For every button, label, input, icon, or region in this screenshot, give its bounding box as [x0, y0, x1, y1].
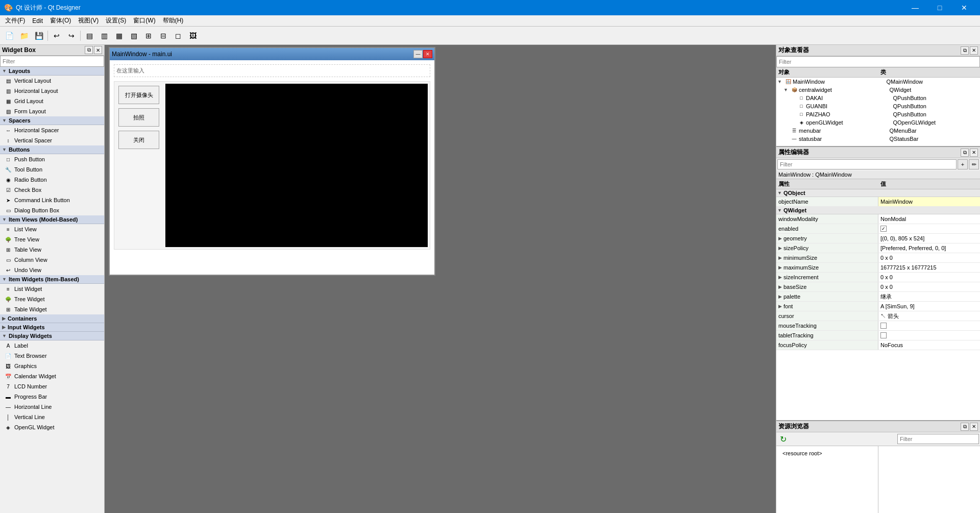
prop-section-qobject[interactable]: ▼ QObject	[776, 189, 980, 197]
widget-column-view[interactable]: ▭ Column View	[0, 255, 104, 265]
prop-value-windowmodality[interactable]: NonModal	[878, 214, 980, 224]
prop-row-sizepolicy[interactable]: ▶ sizePolicy [Preferred, Preferred, 0, 0…	[776, 243, 980, 253]
widget-text-browser[interactable]: 📄 Text Browser	[0, 351, 104, 361]
prop-value-enabled[interactable]	[878, 224, 980, 233]
object-inspector-close[interactable]: ✕	[970, 46, 978, 55]
category-display-widgets[interactable]: ▼ Display Widgets	[0, 332, 104, 340]
prop-row-basesize[interactable]: ▶ baseSize 0 x 0	[776, 282, 980, 292]
menu-window[interactable]: 窗口(W)	[130, 15, 158, 26]
widget-dialog-button-box[interactable]: ▭ Dialog Button Box	[0, 205, 104, 215]
resource-root-item[interactable]: <resource root>	[778, 448, 876, 458]
prop-value-tablettracking[interactable]	[878, 331, 980, 340]
resource-refresh-btn[interactable]: ↻	[777, 433, 789, 445]
prop-row-tablettracking[interactable]: tabletTracking	[776, 331, 980, 340]
toolbar-layout7[interactable]: ◻	[171, 29, 185, 43]
obj-row-statusbar[interactable]: — statusbar QStatusBar	[776, 135, 980, 143]
toolbar-layout6[interactable]: ⊟	[156, 29, 170, 43]
widget-label[interactable]: A Label	[0, 340, 104, 351]
prop-value-mousetracking[interactable]	[878, 321, 980, 330]
widget-tree-widget[interactable]: 🌳 Tree Widget	[0, 294, 104, 304]
category-buttons[interactable]: ▼ Buttons	[0, 145, 104, 154]
object-inspector-filter[interactable]	[776, 56, 980, 67]
prop-row-palette[interactable]: ▶ palette 继承	[776, 292, 980, 302]
menu-help[interactable]: 帮助(H)	[160, 15, 187, 26]
obj-row-dakai[interactable]: □ DAKAI QPushButton	[776, 94, 980, 102]
prop-row-mousetracking[interactable]: mouseTracking	[776, 321, 980, 331]
prop-value-objectname[interactable]: MainWindow	[878, 197, 980, 206]
widget-box-close[interactable]: ✕	[94, 46, 102, 54]
category-containers[interactable]: ▶ Containers	[0, 314, 104, 323]
widget-radio-button[interactable]: ◉ Radio Button	[0, 175, 104, 185]
obj-row-guanbi[interactable]: □ GUANBI QPushButton	[776, 102, 980, 110]
widget-box-float[interactable]: ⧉	[85, 46, 93, 54]
widget-horizontal-spacer[interactable]: ↔ Horizontal Spacer	[0, 125, 104, 135]
menu-edit[interactable]: Edit	[29, 16, 46, 26]
designer-close[interactable]: ✕	[423, 50, 432, 58]
prop-row-sizeincrement[interactable]: ▶ sizeIncrement 0 x 0	[776, 273, 980, 282]
obj-row-mainwindow[interactable]: ▼ 🪟 MainWindow QMainWindow	[776, 78, 980, 86]
prop-row-focuspolicy[interactable]: focusPolicy NoFocus	[776, 340, 980, 350]
resource-browser-float[interactable]: ⧉	[961, 423, 969, 431]
prop-row-minimumsize[interactable]: ▶ minimumSize 0 x 0	[776, 253, 980, 263]
property-add-btn[interactable]: +	[958, 159, 968, 169]
btn-open-camera[interactable]: 打开摄像头	[118, 86, 159, 104]
toolbar-layout3[interactable]: ▦	[112, 29, 126, 43]
obj-row-openglwidget[interactable]: ◈ openGLWidget QOpenGLWidget	[776, 118, 980, 127]
prop-section-qwidget[interactable]: ▼ QWidget	[776, 207, 980, 214]
toolbar-redo[interactable]: ↪	[64, 29, 79, 43]
toolbar-save[interactable]: 💾	[32, 29, 46, 43]
minimize-button[interactable]: —	[903, 0, 927, 15]
toolbar-layout8[interactable]: 🖼	[186, 29, 200, 43]
toolbar-new[interactable]: 📄	[2, 29, 16, 43]
widget-box-filter[interactable]	[0, 56, 104, 67]
prop-row-maximumsize[interactable]: ▶ maximumSize 16777215 x 16777215	[776, 263, 980, 273]
widget-opengl[interactable]: ◈ OpenGL Widget	[0, 422, 104, 432]
prop-row-enabled[interactable]: enabled	[776, 224, 980, 234]
enabled-checkbox[interactable]	[880, 226, 887, 232]
toolbar-undo[interactable]: ↩	[50, 29, 64, 43]
widget-vertical-line[interactable]: │ Vertical Line	[0, 412, 104, 422]
btn-close[interactable]: 关闭	[118, 131, 159, 149]
prop-row-windowmodality[interactable]: windowModality NonModal	[776, 214, 980, 224]
obj-row-centralwidget[interactable]: ▼ 📦 centralwidget QWidget	[776, 86, 980, 94]
property-edit-btn[interactable]: ✏	[969, 159, 979, 169]
widget-list-widget[interactable]: ≡ List Widget	[0, 284, 104, 294]
designer-minimize[interactable]: —	[413, 50, 423, 58]
widget-lcd-number[interactable]: 7 LCD Number	[0, 381, 104, 392]
object-inspector-float[interactable]: ⧉	[961, 46, 969, 55]
close-button[interactable]: ✕	[952, 0, 976, 15]
widget-calendar[interactable]: 📅 Calendar Widget	[0, 371, 104, 381]
category-item-widgets[interactable]: ▼ Item Widgets (Item-Based)	[0, 275, 104, 284]
obj-row-paizhao[interactable]: □ PAIZHAO QPushButton	[776, 110, 980, 118]
widget-form-layout[interactable]: ▧ Form Layout	[0, 106, 104, 116]
category-spacers[interactable]: ▼ Spacers	[0, 116, 104, 125]
prop-row-cursor[interactable]: cursor ↖ 箭头	[776, 311, 980, 321]
maximize-button[interactable]: □	[928, 0, 951, 15]
obj-row-menubar[interactable]: ☰ menubar QMenuBar	[776, 127, 980, 135]
prop-row-objectname[interactable]: objectName MainWindow	[776, 197, 980, 207]
property-editor-float[interactable]: ⧉	[961, 149, 969, 157]
btn-capture[interactable]: 拍照	[118, 108, 159, 127]
widget-list-view[interactable]: ≡ List View	[0, 224, 104, 234]
widget-table-view[interactable]: ⊞ Table View	[0, 245, 104, 255]
widget-grid-layout[interactable]: ▦ Grid Layout	[0, 96, 104, 106]
property-editor-close[interactable]: ✕	[970, 149, 978, 157]
toolbar-layout5[interactable]: ⊞	[141, 29, 156, 43]
widget-progress-bar[interactable]: ▬ Progress Bar	[0, 392, 104, 402]
widget-table-widget[interactable]: ⊞ Table Widget	[0, 304, 104, 314]
prop-row-font[interactable]: ▶ font A [SimSun, 9]	[776, 302, 980, 311]
resource-browser-close[interactable]: ✕	[970, 423, 978, 431]
widget-vertical-spacer[interactable]: ↕ Vertical Spacer	[0, 135, 104, 145]
widget-command-link-button[interactable]: ➤ Command Link Button	[0, 195, 104, 205]
menu-settings[interactable]: 设置(S)	[103, 15, 129, 26]
toolbar-layout4[interactable]: ▧	[127, 29, 141, 43]
category-item-views[interactable]: ▼ Item Views (Model-Based)	[0, 215, 104, 224]
toolbar-open[interactable]: 📁	[17, 29, 31, 43]
widget-tool-button[interactable]: 🔧 Tool Button	[0, 164, 104, 175]
widget-vertical-layout[interactable]: ▤ Vertical Layout	[0, 76, 104, 86]
widget-graphics-view[interactable]: 🖼 Graphics	[0, 361, 104, 371]
menu-form[interactable]: 窗体(O)	[47, 15, 74, 26]
menu-file[interactable]: 文件(F)	[2, 15, 28, 26]
category-input-widgets[interactable]: ▶ Input Widgets	[0, 323, 104, 332]
tablettracking-checkbox[interactable]	[880, 332, 887, 338]
